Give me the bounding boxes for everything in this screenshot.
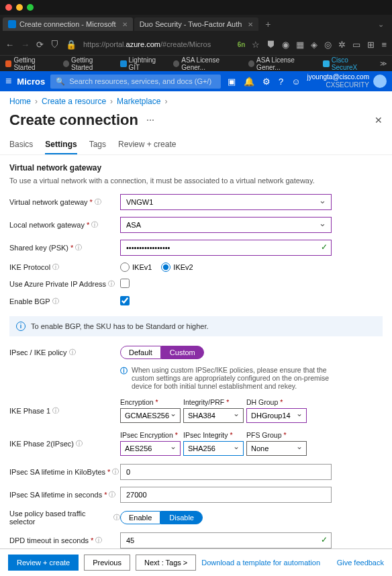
close-tab-icon[interactable]: ✕	[122, 21, 128, 28]
close-tab-icon[interactable]: ✕	[248, 21, 253, 28]
breadcrumb-item[interactable]: Create a resource	[42, 97, 106, 106]
menu-icon[interactable]: ≡	[381, 40, 387, 50]
bookmark-item[interactable]: ASA License Gener...	[173, 56, 242, 71]
phase2-label: IKE Phase 2(IPsec)	[9, 440, 74, 448]
selector-disable-button[interactable]: Disable	[160, 511, 203, 524]
info-icon[interactable]: ⓘ	[75, 243, 82, 252]
new-tab-button[interactable]: +	[260, 19, 276, 30]
p1-dh-select[interactable]	[246, 408, 307, 423]
pocket-icon[interactable]: ⛊	[266, 40, 275, 50]
feedback-icon[interactable]: ☺	[291, 77, 300, 87]
azure-brand[interactable]: Micros	[17, 77, 45, 87]
tab-settings[interactable]: Settings	[45, 136, 77, 154]
breadcrumb-item[interactable]: Home	[9, 97, 31, 106]
ext6-icon[interactable]: ⊞	[367, 40, 375, 50]
info-icon[interactable]: ⓘ	[109, 490, 115, 499]
ext4-icon[interactable]: ✲	[338, 40, 346, 50]
privip-checkbox[interactable]	[120, 279, 130, 288]
tab-review[interactable]: Review + create	[118, 136, 176, 154]
close-window-icon[interactable]	[5, 4, 12, 11]
browser-tabbar: Create connection - Microsoft ✕ Duo Secu…	[0, 15, 392, 34]
close-blade-icon[interactable]: ✕	[375, 115, 383, 126]
settings-icon[interactable]: ⚙	[262, 77, 271, 87]
p2-pfs-select[interactable]	[246, 441, 307, 456]
previous-button[interactable]: Previous	[84, 555, 130, 571]
sa-sec-input[interactable]	[120, 487, 332, 503]
give-feedback-link[interactable]: Give feedback	[337, 559, 384, 567]
bookmark-item[interactable]: Getting Started	[63, 56, 114, 71]
search-icon: 🔍	[56, 77, 65, 86]
sa-kb-input[interactable]	[120, 464, 332, 480]
hamburger-menu[interactable]: ≡	[5, 75, 11, 87]
info-icon[interactable]: ⓘ	[112, 467, 119, 477]
bookmark-item[interactable]: ASA License Gener...	[248, 56, 317, 71]
review-create-button[interactable]: Review + create	[8, 555, 79, 571]
tab-dropdown-icon[interactable]: ⌄	[373, 20, 389, 29]
more-actions-icon[interactable]: ⋯	[146, 115, 155, 125]
p2-int-select[interactable]	[183, 441, 244, 456]
back-button[interactable]: ←	[5, 40, 14, 50]
selector-enable-button[interactable]: Enable	[120, 511, 160, 524]
minimize-window-icon[interactable]	[16, 4, 23, 11]
info-icon[interactable]: ⓘ	[69, 348, 76, 357]
star-icon[interactable]: ☆	[252, 40, 260, 50]
qr-icon[interactable]: ▦	[296, 40, 304, 50]
info-icon[interactable]: ⓘ	[76, 439, 83, 448]
vng-select[interactable]	[120, 194, 332, 210]
policy-default-button[interactable]: Default	[120, 346, 161, 359]
browser-tab-azure[interactable]: Create connection - Microsoft ✕	[3, 17, 133, 31]
p1-enc-select[interactable]	[120, 408, 181, 423]
bookmarks-overflow[interactable]: ≫	[380, 60, 387, 67]
maximize-window-icon[interactable]	[27, 4, 34, 11]
address-bar[interactable]: https://portal.azure.com/#create/Micros	[83, 40, 231, 48]
policy-note: When using custom IPSec/IKE policies, pl…	[132, 366, 332, 390]
bookmark-item[interactable]: Lightning GIT	[120, 56, 166, 71]
cloud-shell-icon[interactable]: ▣	[228, 77, 236, 87]
ext3-icon[interactable]: ◎	[324, 40, 332, 50]
azure-icon	[8, 20, 16, 28]
help-icon[interactable]: ?	[279, 77, 283, 87]
psk-input[interactable]	[120, 240, 332, 256]
breadcrumb-item[interactable]: Marketplace	[117, 97, 160, 106]
sa-sec-label: IPsec SA lifetime in seconds	[9, 491, 102, 499]
bookmark-item[interactable]: Getting Started	[5, 56, 56, 71]
tab-title: Create connection - Microsoft	[19, 20, 116, 28]
info-icon[interactable]: ⓘ	[95, 197, 101, 207]
download-template-link[interactable]: Download a template for automation	[201, 559, 320, 567]
ext-icon[interactable]: ◉	[282, 40, 289, 50]
browser-tab-duo[interactable]: Duo Security - Two-Factor Auth ✕	[134, 17, 259, 31]
shield-icon[interactable]: ⛉	[50, 40, 59, 50]
account-info[interactable]: jyoungta@cisco.com CXSECURITY	[307, 73, 369, 89]
ext2-icon[interactable]: ◈	[311, 40, 317, 50]
footer-bar: Review + create Previous Next : Tags > D…	[0, 548, 392, 576]
ike-proto-label: IKE Protocol	[9, 263, 50, 271]
account-org: CXSECURITY	[307, 81, 369, 89]
info-icon[interactable]: ⓘ	[108, 279, 115, 289]
ext5-icon[interactable]: ▭	[352, 40, 360, 50]
ikev1-radio[interactable]: IKEv1	[120, 262, 152, 272]
p2-enc-select[interactable]	[120, 441, 181, 456]
info-icon[interactable]: ⓘ	[52, 262, 59, 272]
lng-select[interactable]	[120, 217, 332, 233]
bookmark-item[interactable]: Cisco SecureX	[323, 56, 373, 71]
info-icon[interactable]: ⓘ	[95, 536, 102, 545]
tab-tags[interactable]: Tags	[89, 136, 106, 154]
next-button[interactable]: Next : Tags >	[136, 555, 196, 571]
policy-custom-button[interactable]: Custom	[161, 346, 204, 359]
ikev2-radio[interactable]: IKEv2	[161, 262, 193, 272]
p1-int-select[interactable]	[183, 408, 244, 423]
avatar[interactable]	[373, 75, 387, 88]
info-icon[interactable]: ⓘ	[113, 513, 120, 522]
info-icon[interactable]: ⓘ	[52, 406, 59, 416]
dpd-input[interactable]	[120, 532, 332, 548]
notifications-icon[interactable]: 🔔	[244, 77, 254, 87]
info-icon[interactable]: ⓘ	[91, 220, 98, 230]
azure-search[interactable]: 🔍 Search resources, services, and docs (…	[50, 75, 221, 89]
section-title: Virtual network gateway	[9, 163, 383, 173]
reload-button[interactable]: ⟳	[36, 40, 44, 50]
privip-label: Use Azure Private IP Address	[9, 280, 106, 288]
tab-basics[interactable]: Basics	[9, 136, 33, 154]
info-icon[interactable]: ⓘ	[52, 297, 59, 306]
account-email: jyoungta@cisco.com	[307, 73, 369, 81]
bgp-checkbox[interactable]	[120, 296, 130, 305]
